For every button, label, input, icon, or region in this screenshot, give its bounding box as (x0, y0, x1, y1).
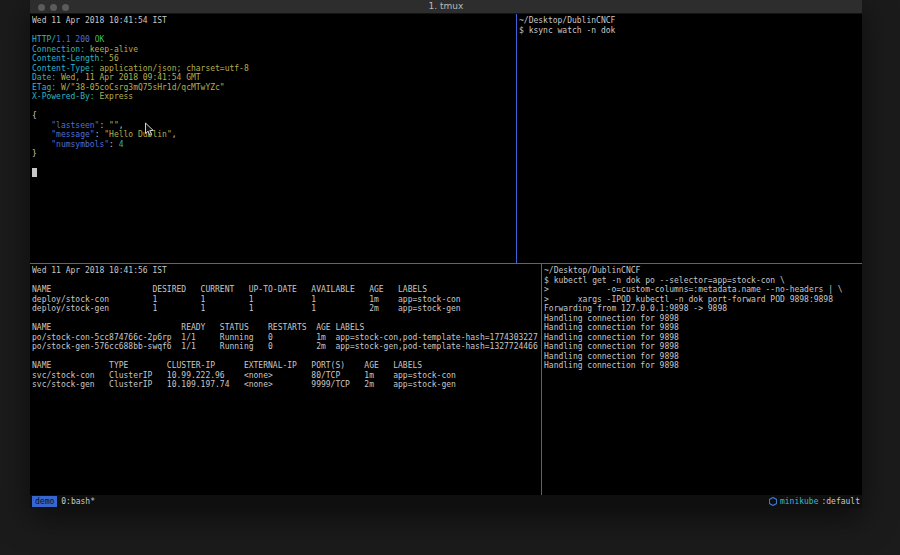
terminal-line (32, 102, 515, 112)
terminal-line: Handling connection for 9898 (544, 342, 860, 352)
terminal-line: Handling connection for 9898 (544, 352, 860, 362)
pane-http-response[interactable]: Wed 11 Apr 2018 10:41:54 IST HTTP/1.1 20… (32, 16, 515, 261)
kubernetes-hexagon-icon (769, 497, 777, 506)
minimize-button[interactable] (50, 4, 57, 11)
terminal-line: $ ksync watch -n dok (519, 26, 860, 36)
terminal-line: ~/Desktop/DublinCNCF (519, 16, 860, 26)
session-name-badge[interactable]: demo (32, 496, 57, 507)
kube-namespace: :default (821, 497, 860, 506)
terminal-line: po/stock-con-5cc874766c-2p6rp 1/1 Runnin… (32, 333, 540, 343)
desktop: 1. tmux Wed 11 Apr 2018 10:41:54 IST HTT… (0, 0, 900, 555)
tmux-status-bar: demo 0:bash* minikube:default (30, 495, 862, 508)
terminal-line: Handling connection for 9898 (544, 333, 860, 343)
terminal-line: Content-Type: application/json; charset=… (32, 64, 515, 74)
terminal-line (32, 26, 515, 36)
terminal-line (32, 276, 540, 286)
tmux-terminal: Wed 11 Apr 2018 10:41:54 IST HTTP/1.1 20… (30, 14, 862, 495)
terminal-line: ~/Desktop/DublinCNCF (544, 266, 860, 276)
terminal-line: "numsymbols": 4 (32, 140, 515, 150)
close-button[interactable] (38, 4, 45, 11)
terminal-line: po/stock-gen-576cc688bb-swqf6 1/1 Runnin… (32, 342, 540, 352)
terminal-line: > -o=custom-columns=:metadata.name --no-… (544, 285, 860, 295)
terminal-line: $ kubectl get -n dok po --selector=app=s… (544, 276, 860, 286)
zoom-button[interactable] (62, 4, 69, 11)
terminal-line: Connection: keep-alive (32, 45, 515, 55)
pane-port-forward[interactable]: ~/Desktop/DublinCNCF$ kubectl get -n dok… (544, 266, 860, 493)
terminal-line: Content-Length: 56 (32, 54, 515, 64)
terminal-line: svc/stock-gen ClusterIP 10.109.197.74 <n… (32, 380, 540, 390)
terminal-line: } (32, 149, 515, 159)
terminal-line (32, 168, 515, 178)
terminal-line: HTTP/1.1 200 OK (32, 35, 515, 45)
terminal-line: "lastseen": "", (32, 121, 515, 131)
terminal-line: X-Powered-By: Express (32, 92, 515, 102)
terminal-line: NAME TYPE CLUSTER-IP EXTERNAL-IP PORT(S)… (32, 361, 540, 371)
terminal-line: Handling connection for 9898 (544, 314, 860, 324)
window-tab-bash[interactable]: 0:bash* (61, 497, 95, 506)
terminal-line: Wed 11 Apr 2018 10:41:56 IST (32, 266, 540, 276)
terminal-line: "message": "Hello Dublin", (32, 130, 515, 140)
terminal-line (32, 352, 540, 362)
terminal-line: Handling connection for 9898 (544, 323, 860, 333)
window-controls (38, 4, 69, 11)
terminal-line: svc/stock-con ClusterIP 10.99.222.96 <no… (32, 371, 540, 381)
pane-divider-horizontal-right[interactable] (541, 263, 862, 264)
terminal-line (32, 314, 540, 324)
terminal-line: NAME DESIRED CURRENT UP-TO-DATE AVAILABL… (32, 285, 540, 295)
terminal-line: { (32, 111, 515, 121)
terminal-line: Date: Wed, 11 Apr 2018 09:41:54 GMT (32, 73, 515, 83)
pane-divider-horizontal-left[interactable] (30, 263, 541, 264)
terminal-line: Handling connection for 9898 (544, 361, 860, 371)
terminal-line: ETag: W/"38-05coCsrg3mQ75sHr1d/qcMTwYZc" (32, 83, 515, 93)
terminal-line (32, 159, 515, 169)
pane-ksync-watch[interactable]: ~/Desktop/DublinCNCF$ ksync watch -n dok (519, 16, 860, 261)
terminal-line: Forwarding from 127.0.0.1:9898 -> 9898 (544, 304, 860, 314)
pane-kubectl-get[interactable]: Wed 11 Apr 2018 10:41:56 IST NAME DESIRE… (32, 266, 540, 493)
terminal-line: > xargs -IPOD kubectl -n dok port-forwar… (544, 295, 860, 305)
pane-divider-vertical-top[interactable] (516, 14, 517, 263)
window-title: 1. tmux (30, 0, 862, 13)
terminal-line: deploy/stock-con 1 1 1 1 1m app=stock-co… (32, 295, 540, 305)
titlebar[interactable]: 1. tmux (30, 0, 862, 14)
terminal-window: 1. tmux Wed 11 Apr 2018 10:41:54 IST HTT… (30, 0, 862, 508)
pane-divider-vertical-bottom[interactable] (541, 264, 542, 495)
status-right: minikube:default (769, 497, 860, 506)
kube-context-name: minikube (780, 497, 819, 506)
terminal-line: NAME READY STATUS RESTARTS AGE LABELS (32, 323, 540, 333)
terminal-line: deploy/stock-gen 1 1 1 1 2m app=stock-ge… (32, 304, 540, 314)
terminal-line: Wed 11 Apr 2018 10:41:54 IST (32, 16, 515, 26)
